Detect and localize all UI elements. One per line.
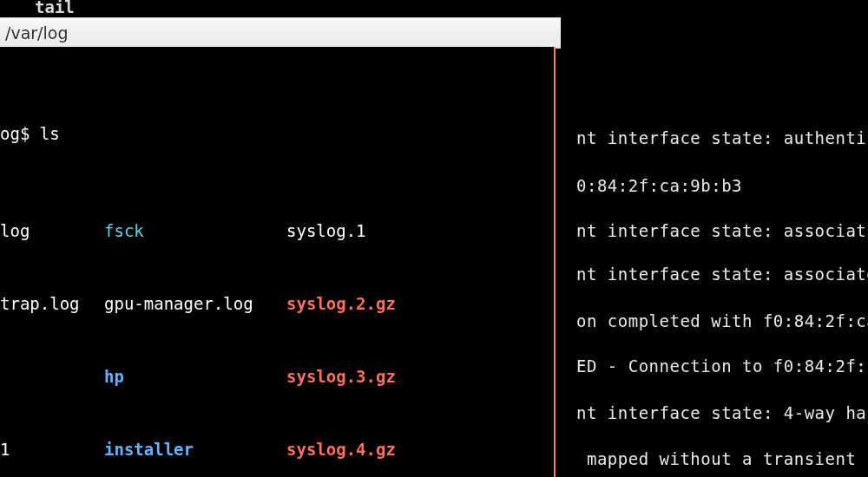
ls-col2: installer <box>104 437 286 461</box>
bg-log-line: nt interface state: associated <box>576 262 868 286</box>
bg-log-line: on completed with f0:84:2f:ca:9 <box>576 309 868 333</box>
ls-col3: syslog.2.gz <box>286 291 396 316</box>
bg-log-line: ED - Connection to f0:84:2f:ca: <box>576 354 868 378</box>
path-breadcrumb-bar[interactable]: /var/log <box>0 17 561 49</box>
ls-col3: syslog.1 <box>286 219 366 243</box>
terminal-window[interactable]: og$ ls logfscksyslog.1 trap.loggpu-manag… <box>0 47 556 477</box>
path-text: /var/log <box>5 21 68 45</box>
ls-row: trap.loggpu-manager.logsyslog.2.gz <box>0 291 554 316</box>
ls-col3: syslog.4.gz <box>286 437 396 461</box>
ls-col2: gpu-manager.log <box>104 291 286 316</box>
prompt-line: og$ ls <box>0 121 554 146</box>
bg-log-line: mapped without a transient par <box>576 447 868 471</box>
ls-col1: trap.log <box>0 291 104 316</box>
bg-log-line: nt interface state: 4-way hands <box>576 401 868 425</box>
command-text: ls <box>40 124 60 143</box>
bg-log-line: 0:84:2f:ca:9b:b3 <box>576 173 742 198</box>
ls-col2: fsck <box>104 219 286 243</box>
bg-log-line: nt interface state: authenticat <box>576 126 868 150</box>
ls-col1: 1 <box>0 437 104 461</box>
ls-row: 1installersyslog.4.gz <box>0 437 554 461</box>
bg-log-line: nt interface state: associating <box>576 219 868 243</box>
ls-col1: log <box>0 219 104 243</box>
ls-col3: syslog.3.gz <box>286 364 396 389</box>
ls-row: logfscksyslog.1 <box>0 219 554 243</box>
prompt-prefix: og$ <box>0 124 40 143</box>
ls-col2: hp <box>104 364 286 389</box>
ls-row: hpsyslog.3.gz <box>0 364 554 389</box>
